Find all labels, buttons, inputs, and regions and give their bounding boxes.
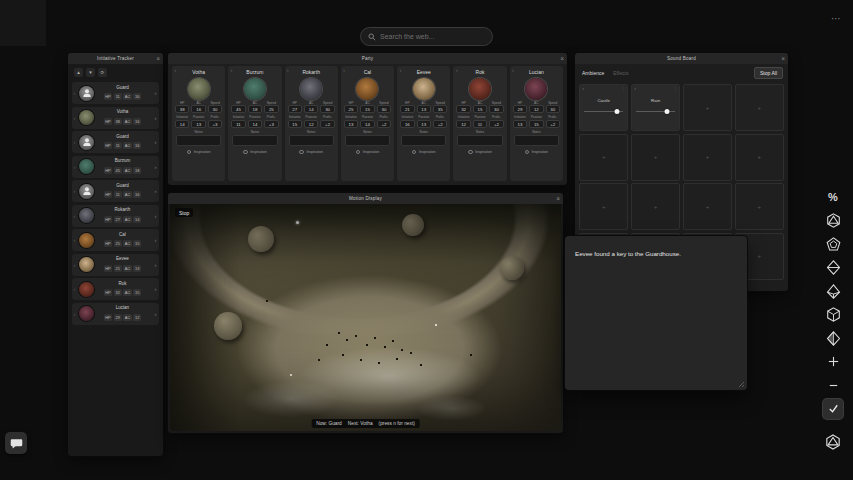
party-member-card[interactable]: › Rok HP 32 AC 15 Speed 30 <box>453 66 506 181</box>
party-member-card[interactable]: › Rokarth HP 27 AC 14 Speed 30 <box>285 66 338 181</box>
stat-value[interactable]: 12 <box>304 120 318 128</box>
avatar[interactable] <box>79 257 94 272</box>
next-turn-button[interactable]: ▼ <box>86 68 95 77</box>
d6-button[interactable] <box>823 305 843 325</box>
sound-tile[interactable]: + <box>735 183 784 230</box>
close-icon[interactable]: × <box>556 193 560 204</box>
stat-value[interactable]: 11 <box>473 120 487 128</box>
party-member-card[interactable]: › Votha HP 38 AC 16 Speed 30 <box>172 66 225 181</box>
stat-value[interactable]: 15 <box>360 105 374 113</box>
stat-value[interactable]: 18 <box>248 105 262 113</box>
stat-value[interactable]: 14 <box>360 120 374 128</box>
sound-tile[interactable]: + <box>683 84 732 131</box>
initiative-list-item[interactable]: ‹ Guard HP 11 AC 16 › <box>72 180 159 202</box>
d20-button[interactable] <box>823 211 843 231</box>
avatar[interactable] <box>300 78 322 100</box>
stat-value[interactable]: 11 <box>231 120 245 128</box>
more-options-icon[interactable]: ⋯ <box>831 13 842 24</box>
initiative-list-item[interactable]: ‹ Rokarth HP 27 AC 14 › <box>72 205 159 227</box>
initiative-list-item[interactable]: ‹ Burzum HP 45 AC 18 › <box>72 156 159 178</box>
chevron-right-icon[interactable]: › <box>155 310 157 318</box>
stat-value[interactable]: 25 <box>264 105 278 113</box>
chevron-right-icon[interactable]: › <box>155 89 157 97</box>
stat-value[interactable]: 30 <box>208 105 222 113</box>
party-member-card[interactable]: › Eevee HP 21 AC 13 Speed 35 <box>397 66 450 181</box>
avatar[interactable] <box>79 159 94 174</box>
chevron-right-icon[interactable]: › <box>400 68 402 73</box>
stop-button[interactable]: Stop <box>175 208 193 217</box>
chevron-left-icon[interactable]: ‹ <box>74 163 76 171</box>
sound-tile[interactable]: + <box>683 134 732 181</box>
avatar[interactable] <box>79 110 94 125</box>
stat-value[interactable]: 13 <box>344 120 358 128</box>
stat-value[interactable]: 13 <box>417 105 431 113</box>
stat-value[interactable]: 16 <box>400 120 414 128</box>
inspiration-checkbox[interactable] <box>187 150 192 155</box>
sound-tile[interactable]: + <box>631 134 680 181</box>
decrease-button[interactable] <box>823 375 843 395</box>
stat-value[interactable]: 35 <box>433 105 447 113</box>
chevron-right-icon[interactable]: › <box>175 68 177 73</box>
inspiration-checkbox[interactable] <box>525 150 530 155</box>
inspiration-checkbox[interactable] <box>299 150 304 155</box>
chevron-left-icon[interactable]: ‹ <box>74 212 76 220</box>
chevron-left-icon[interactable]: ‹ <box>74 285 76 293</box>
stat-value[interactable]: 25 <box>344 105 358 113</box>
avatar[interactable] <box>79 184 94 199</box>
initiative-list-item[interactable]: ‹ Rok HP 32 AC 15 › <box>72 278 159 300</box>
inspiration-checkbox[interactable] <box>412 150 417 155</box>
stat-value[interactable]: 32 <box>456 105 470 113</box>
stat-value[interactable]: 21 <box>400 105 414 113</box>
notes-input[interactable] <box>289 135 334 146</box>
chevron-right-icon[interactable]: › <box>155 138 157 146</box>
party-header[interactable]: Party × <box>168 53 567 64</box>
stat-value[interactable]: 15 <box>473 105 487 113</box>
stop-all-button[interactable]: Stop All <box>754 67 783 79</box>
avatar[interactable] <box>525 78 547 100</box>
sound-tile[interactable]: ♪ ⋮ Castle <box>579 84 628 131</box>
avatar[interactable] <box>79 306 94 321</box>
initiative-list-item[interactable]: ‹ Votha HP 38 AC 16 › <box>72 107 159 129</box>
chevron-right-icon[interactable]: › <box>155 114 157 122</box>
stat-value[interactable]: +2 <box>489 120 503 128</box>
sound-tile[interactable]: + <box>631 183 680 230</box>
map-view[interactable]: Stop Now: Guard Next: Votha (press n for… <box>170 204 561 431</box>
avatar[interactable] <box>356 78 378 100</box>
stat-value[interactable]: 12 <box>529 105 543 113</box>
stat-value[interactable]: 38 <box>175 105 189 113</box>
inspiration-checkbox[interactable] <box>468 150 473 155</box>
chevron-right-icon[interactable]: › <box>287 68 289 73</box>
stat-value[interactable]: +2 <box>377 120 391 128</box>
d12-button[interactable] <box>823 234 843 254</box>
notes-input[interactable] <box>401 135 446 146</box>
sound-tile[interactable]: ♪ ⋮ Rain <box>631 84 680 131</box>
d4-button[interactable] <box>823 328 843 348</box>
close-icon[interactable]: × <box>560 53 564 64</box>
d100-button[interactable]: % <box>823 187 843 207</box>
sound-tile[interactable]: + <box>579 134 628 181</box>
stat-value[interactable]: 14 <box>248 120 262 128</box>
stat-value[interactable]: 13 <box>513 120 527 128</box>
stat-value[interactable]: +3 <box>264 120 278 128</box>
chat-button[interactable] <box>5 432 27 454</box>
close-icon[interactable]: × <box>156 53 160 64</box>
initiative-list-item[interactable]: ‹ Guard HP 11 AC 16 › <box>72 131 159 153</box>
chevron-right-icon[interactable]: › <box>155 236 157 244</box>
stat-value[interactable]: 14 <box>175 120 189 128</box>
initiative-list-item[interactable]: ‹ Lucian HP 29 AC 12 › <box>72 303 159 325</box>
sound-tile[interactable]: + <box>735 84 784 131</box>
search-input[interactable] <box>380 33 485 40</box>
chevron-left-icon[interactable]: ‹ <box>74 114 76 122</box>
initiative-tracker-header[interactable]: Initiative Tracker × <box>68 53 163 64</box>
stat-value[interactable]: 15 <box>288 120 302 128</box>
increase-button[interactable] <box>823 352 843 372</box>
previous-turn-button[interactable]: ▲ <box>74 68 83 77</box>
roll-d20-button[interactable] <box>823 432 843 452</box>
chevron-right-icon[interactable]: › <box>231 68 233 73</box>
avatar[interactable] <box>413 78 435 100</box>
inspiration-checkbox[interactable] <box>356 150 361 155</box>
chevron-left-icon[interactable]: ‹ <box>74 187 76 195</box>
notes-input[interactable] <box>345 135 390 146</box>
resize-handle-icon[interactable] <box>737 380 745 388</box>
d8-button[interactable] <box>823 258 843 278</box>
